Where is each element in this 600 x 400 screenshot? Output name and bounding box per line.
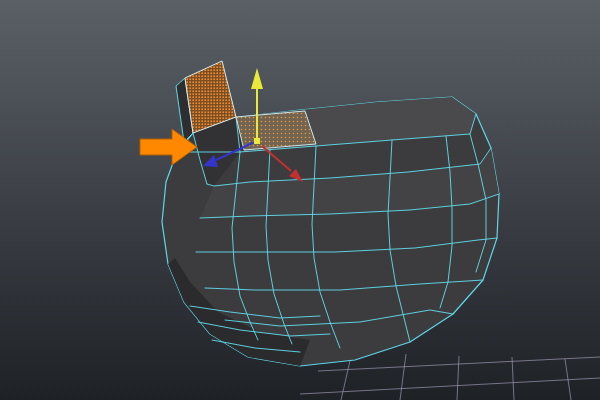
3d-viewport[interactable]	[0, 0, 600, 400]
viewport-canvas[interactable]	[0, 0, 600, 400]
manipulator-center-handle[interactable]	[254, 138, 260, 144]
